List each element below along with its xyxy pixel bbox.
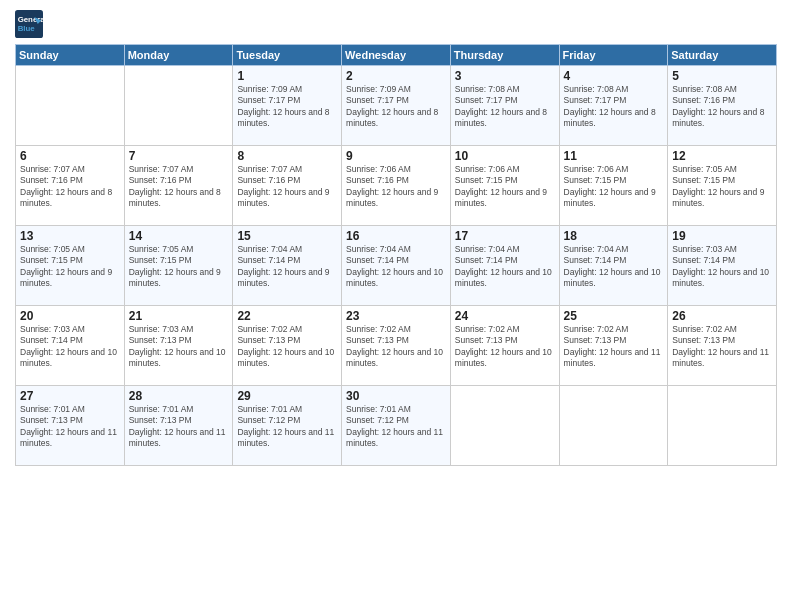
day-info: Sunrise: 7:01 AM Sunset: 7:12 PM Dayligh… <box>346 404 446 450</box>
calendar-cell: 4Sunrise: 7:08 AM Sunset: 7:17 PM Daylig… <box>559 66 668 146</box>
day-info: Sunrise: 7:05 AM Sunset: 7:15 PM Dayligh… <box>672 164 772 210</box>
calendar-cell: 20Sunrise: 7:03 AM Sunset: 7:14 PM Dayli… <box>16 306 125 386</box>
calendar-cell: 2Sunrise: 7:09 AM Sunset: 7:17 PM Daylig… <box>342 66 451 146</box>
day-number: 23 <box>346 309 446 323</box>
day-info: Sunrise: 7:06 AM Sunset: 7:15 PM Dayligh… <box>455 164 555 210</box>
calendar-week-row: 20Sunrise: 7:03 AM Sunset: 7:14 PM Dayli… <box>16 306 777 386</box>
day-info: Sunrise: 7:08 AM Sunset: 7:17 PM Dayligh… <box>564 84 664 130</box>
day-info: Sunrise: 7:03 AM Sunset: 7:14 PM Dayligh… <box>672 244 772 290</box>
day-number: 19 <box>672 229 772 243</box>
day-info: Sunrise: 7:02 AM Sunset: 7:13 PM Dayligh… <box>564 324 664 370</box>
calendar-cell: 6Sunrise: 7:07 AM Sunset: 7:16 PM Daylig… <box>16 146 125 226</box>
day-info: Sunrise: 7:05 AM Sunset: 7:15 PM Dayligh… <box>20 244 120 290</box>
calendar-cell: 22Sunrise: 7:02 AM Sunset: 7:13 PM Dayli… <box>233 306 342 386</box>
day-number: 24 <box>455 309 555 323</box>
calendar-cell: 28Sunrise: 7:01 AM Sunset: 7:13 PM Dayli… <box>124 386 233 466</box>
calendar-week-row: 6Sunrise: 7:07 AM Sunset: 7:16 PM Daylig… <box>16 146 777 226</box>
day-number: 14 <box>129 229 229 243</box>
day-info: Sunrise: 7:02 AM Sunset: 7:13 PM Dayligh… <box>455 324 555 370</box>
day-info: Sunrise: 7:07 AM Sunset: 7:16 PM Dayligh… <box>20 164 120 210</box>
header-day: Saturday <box>668 45 777 66</box>
day-number: 10 <box>455 149 555 163</box>
calendar-cell: 9Sunrise: 7:06 AM Sunset: 7:16 PM Daylig… <box>342 146 451 226</box>
day-number: 28 <box>129 389 229 403</box>
svg-text:Blue: Blue <box>18 24 36 33</box>
day-info: Sunrise: 7:02 AM Sunset: 7:13 PM Dayligh… <box>672 324 772 370</box>
day-info: Sunrise: 7:04 AM Sunset: 7:14 PM Dayligh… <box>237 244 337 290</box>
calendar-table: SundayMondayTuesdayWednesdayThursdayFrid… <box>15 44 777 466</box>
header-day: Monday <box>124 45 233 66</box>
day-info: Sunrise: 7:01 AM Sunset: 7:13 PM Dayligh… <box>20 404 120 450</box>
day-number: 13 <box>20 229 120 243</box>
calendar-cell: 14Sunrise: 7:05 AM Sunset: 7:15 PM Dayli… <box>124 226 233 306</box>
day-number: 3 <box>455 69 555 83</box>
calendar-cell: 21Sunrise: 7:03 AM Sunset: 7:13 PM Dayli… <box>124 306 233 386</box>
header-day: Tuesday <box>233 45 342 66</box>
day-number: 15 <box>237 229 337 243</box>
page-header: General Blue <box>15 10 777 38</box>
day-number: 8 <box>237 149 337 163</box>
calendar-week-row: 27Sunrise: 7:01 AM Sunset: 7:13 PM Dayli… <box>16 386 777 466</box>
header-day: Sunday <box>16 45 125 66</box>
day-number: 20 <box>20 309 120 323</box>
day-number: 26 <box>672 309 772 323</box>
day-number: 25 <box>564 309 664 323</box>
day-info: Sunrise: 7:02 AM Sunset: 7:13 PM Dayligh… <box>346 324 446 370</box>
day-number: 4 <box>564 69 664 83</box>
day-number: 21 <box>129 309 229 323</box>
calendar-cell: 11Sunrise: 7:06 AM Sunset: 7:15 PM Dayli… <box>559 146 668 226</box>
calendar-cell: 29Sunrise: 7:01 AM Sunset: 7:12 PM Dayli… <box>233 386 342 466</box>
day-info: Sunrise: 7:08 AM Sunset: 7:17 PM Dayligh… <box>455 84 555 130</box>
calendar-cell: 24Sunrise: 7:02 AM Sunset: 7:13 PM Dayli… <box>450 306 559 386</box>
day-number: 27 <box>20 389 120 403</box>
day-number: 18 <box>564 229 664 243</box>
day-number: 30 <box>346 389 446 403</box>
calendar-cell <box>668 386 777 466</box>
day-info: Sunrise: 7:03 AM Sunset: 7:13 PM Dayligh… <box>129 324 229 370</box>
day-number: 17 <box>455 229 555 243</box>
day-info: Sunrise: 7:05 AM Sunset: 7:15 PM Dayligh… <box>129 244 229 290</box>
day-number: 29 <box>237 389 337 403</box>
calendar-cell: 17Sunrise: 7:04 AM Sunset: 7:14 PM Dayli… <box>450 226 559 306</box>
logo: General Blue <box>15 10 45 38</box>
calendar-cell: 3Sunrise: 7:08 AM Sunset: 7:17 PM Daylig… <box>450 66 559 146</box>
calendar-cell: 13Sunrise: 7:05 AM Sunset: 7:15 PM Dayli… <box>16 226 125 306</box>
calendar-cell <box>450 386 559 466</box>
calendar-cell: 5Sunrise: 7:08 AM Sunset: 7:16 PM Daylig… <box>668 66 777 146</box>
header-day: Wednesday <box>342 45 451 66</box>
logo-icon: General Blue <box>15 10 43 38</box>
calendar-cell: 16Sunrise: 7:04 AM Sunset: 7:14 PM Dayli… <box>342 226 451 306</box>
day-info: Sunrise: 7:01 AM Sunset: 7:13 PM Dayligh… <box>129 404 229 450</box>
day-number: 5 <box>672 69 772 83</box>
day-info: Sunrise: 7:09 AM Sunset: 7:17 PM Dayligh… <box>346 84 446 130</box>
calendar-cell: 19Sunrise: 7:03 AM Sunset: 7:14 PM Dayli… <box>668 226 777 306</box>
day-number: 22 <box>237 309 337 323</box>
calendar-cell: 23Sunrise: 7:02 AM Sunset: 7:13 PM Dayli… <box>342 306 451 386</box>
day-number: 9 <box>346 149 446 163</box>
day-number: 12 <box>672 149 772 163</box>
day-info: Sunrise: 7:04 AM Sunset: 7:14 PM Dayligh… <box>346 244 446 290</box>
calendar-week-row: 1Sunrise: 7:09 AM Sunset: 7:17 PM Daylig… <box>16 66 777 146</box>
calendar-cell <box>16 66 125 146</box>
calendar-cell: 26Sunrise: 7:02 AM Sunset: 7:13 PM Dayli… <box>668 306 777 386</box>
day-info: Sunrise: 7:01 AM Sunset: 7:12 PM Dayligh… <box>237 404 337 450</box>
day-number: 2 <box>346 69 446 83</box>
calendar-cell: 18Sunrise: 7:04 AM Sunset: 7:14 PM Dayli… <box>559 226 668 306</box>
calendar-cell: 27Sunrise: 7:01 AM Sunset: 7:13 PM Dayli… <box>16 386 125 466</box>
day-info: Sunrise: 7:03 AM Sunset: 7:14 PM Dayligh… <box>20 324 120 370</box>
header-day: Friday <box>559 45 668 66</box>
calendar-week-row: 13Sunrise: 7:05 AM Sunset: 7:15 PM Dayli… <box>16 226 777 306</box>
calendar-cell: 8Sunrise: 7:07 AM Sunset: 7:16 PM Daylig… <box>233 146 342 226</box>
calendar-cell: 25Sunrise: 7:02 AM Sunset: 7:13 PM Dayli… <box>559 306 668 386</box>
calendar-cell: 15Sunrise: 7:04 AM Sunset: 7:14 PM Dayli… <box>233 226 342 306</box>
calendar-cell: 30Sunrise: 7:01 AM Sunset: 7:12 PM Dayli… <box>342 386 451 466</box>
day-info: Sunrise: 7:09 AM Sunset: 7:17 PM Dayligh… <box>237 84 337 130</box>
calendar-cell: 10Sunrise: 7:06 AM Sunset: 7:15 PM Dayli… <box>450 146 559 226</box>
calendar-cell <box>124 66 233 146</box>
day-number: 11 <box>564 149 664 163</box>
header-row: SundayMondayTuesdayWednesdayThursdayFrid… <box>16 45 777 66</box>
day-info: Sunrise: 7:07 AM Sunset: 7:16 PM Dayligh… <box>129 164 229 210</box>
day-number: 16 <box>346 229 446 243</box>
calendar-cell <box>559 386 668 466</box>
day-info: Sunrise: 7:08 AM Sunset: 7:16 PM Dayligh… <box>672 84 772 130</box>
